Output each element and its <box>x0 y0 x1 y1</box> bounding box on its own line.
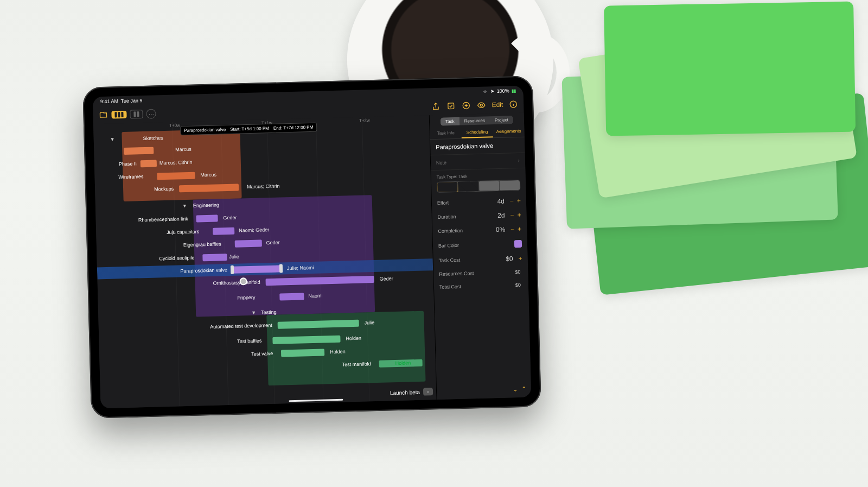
disclosure-triangle-icon[interactable]: ▼ <box>110 136 115 142</box>
task-label[interactable]: Cycloid aeolipile <box>129 255 194 262</box>
status-date: Tue Jan 9 <box>121 98 143 104</box>
timeline-tick: T+2w <box>359 118 370 123</box>
task-bar-selected[interactable] <box>232 265 280 273</box>
share-icon[interactable] <box>431 102 441 111</box>
task-bar[interactable] <box>265 276 374 286</box>
resources-cost-label: Resources Cost <box>439 270 474 277</box>
inspector-seg-control[interactable]: Task Resources Project <box>441 116 513 125</box>
task-bar[interactable] <box>179 184 239 192</box>
ipad-device: 9:41 AM Tue Jan 9 ᯤ ➤ 100% ▮▮ ⋯ <box>82 75 541 419</box>
add-icon[interactable] <box>461 100 471 110</box>
bar-end-handle[interactable] <box>279 264 283 273</box>
type-milestone[interactable] <box>458 181 479 192</box>
seg-resources[interactable]: Resources <box>459 116 490 125</box>
total-cost-label: Total Cost <box>439 284 461 290</box>
inspector-task-title[interactable]: Paraprosdokian valve <box>436 142 493 150</box>
gantt-view-button[interactable] <box>111 111 126 119</box>
app-screen: 9:41 AM Tue Jan 9 ᯤ ➤ 100% ▮▮ ⋯ <box>93 86 532 409</box>
seg-project[interactable]: Project <box>490 116 513 124</box>
task-label[interactable]: Launch beta <box>390 389 420 395</box>
task-bar[interactable] <box>202 254 227 261</box>
completion-value: 0% <box>496 226 506 233</box>
task-assignee: Naomi <box>308 293 322 299</box>
task-bar[interactable] <box>235 239 262 247</box>
jump-icon[interactable]: » <box>423 388 433 395</box>
chevron-right-icon: › <box>518 157 520 163</box>
task-bar[interactable] <box>141 160 157 167</box>
duration-value: 2d <box>497 212 505 219</box>
task-bar[interactable] <box>272 335 340 344</box>
note-row[interactable]: Note › <box>431 153 526 171</box>
resources-cost-value: $0 <box>515 269 520 275</box>
tab-scheduling[interactable]: Scheduling <box>461 127 493 138</box>
task-bar[interactable] <box>281 349 324 357</box>
task-label[interactable]: Ornithostasy manifold <box>184 280 260 287</box>
group-label: Engineering <box>193 202 231 208</box>
task-label[interactable]: Test valve <box>229 351 273 357</box>
battery-percent: 100% <box>496 88 509 94</box>
disclosure-triangle-icon[interactable]: ▼ <box>182 203 187 208</box>
add-circled-icon[interactable]: ⋯ <box>146 109 156 118</box>
task-bar[interactable] <box>279 293 304 300</box>
task-bar[interactable] <box>124 147 154 154</box>
task-bar[interactable] <box>213 227 234 235</box>
status-time: 9:41 AM <box>100 98 118 104</box>
chevron-down-icon[interactable]: ⌄ <box>513 385 518 393</box>
task-cost-label: Task Cost <box>439 257 461 263</box>
tab-assignments[interactable]: Assignments <box>493 127 524 138</box>
task-label[interactable]: Automated test development <box>186 322 272 330</box>
task-assignee: Naomi; Geder <box>239 227 269 233</box>
plus-icon[interactable]: + <box>517 198 521 204</box>
task-label[interactable]: Frippery <box>222 295 255 301</box>
task-label[interactable]: Test baffles <box>218 338 261 344</box>
plus-icon[interactable]: + <box>517 212 521 218</box>
plus-icon[interactable]: + <box>519 255 522 262</box>
task-bar[interactable] <box>278 319 359 328</box>
task-label[interactable]: Wireframes <box>100 174 143 180</box>
task-icon[interactable] <box>446 101 456 111</box>
type-group[interactable] <box>478 181 500 191</box>
task-assignee: Geder <box>223 215 237 221</box>
task-label[interactable]: Test manifold <box>311 361 371 368</box>
info-icon[interactable] <box>508 99 518 109</box>
view-icon[interactable] <box>476 100 486 110</box>
effort-value: 4d <box>497 198 505 205</box>
task-bar[interactable] <box>196 214 218 222</box>
seg-task[interactable]: Task <box>441 117 459 126</box>
type-hammock[interactable] <box>500 180 520 191</box>
wifi-icon: ᯤ <box>483 88 488 94</box>
total-cost-row: Total Cost $0 <box>434 279 529 294</box>
notebooks-stack <box>528 0 868 311</box>
disclosure-triangle-icon[interactable]: ▼ <box>251 310 256 315</box>
bar-color-swatch[interactable] <box>514 240 522 248</box>
plus-icon[interactable]: + <box>518 226 521 232</box>
note-label: Note <box>436 160 446 165</box>
task-type-seg[interactable] <box>437 180 520 193</box>
task-label[interactable]: Rhombencephalon link <box>112 216 188 224</box>
total-cost-value: $0 <box>515 282 521 288</box>
task-label[interactable]: Juju capacitors <box>139 229 199 236</box>
edit-button[interactable]: Edit <box>492 101 503 109</box>
timeline-tick: T+0w <box>169 123 180 128</box>
minus-icon[interactable]: − <box>510 212 514 218</box>
task-label[interactable]: Paraprosdokian valve <box>157 267 227 274</box>
tab-task-info[interactable]: Task Info <box>430 128 461 140</box>
minus-icon[interactable]: − <box>510 198 514 204</box>
task-assignee: Marcus; Cithrin <box>247 184 280 190</box>
task-bar[interactable] <box>157 172 195 180</box>
tooltip-end: End: T+7d 12:00 PM <box>273 125 314 131</box>
task-assignee: Marcus <box>175 147 192 153</box>
task-label[interactable]: Mockups <box>133 186 174 193</box>
gantt-chart[interactable]: T+0w T+1w T+2w Paraprosdokian valve Star… <box>93 115 437 408</box>
task-label[interactable]: Phase II <box>100 161 137 167</box>
svg-point-2 <box>481 104 483 106</box>
bar-start-handle[interactable] <box>231 265 234 274</box>
list-view-button[interactable] <box>130 110 143 119</box>
documents-icon[interactable] <box>98 110 108 120</box>
task-label[interactable]: Eigengrau baffles <box>156 241 221 248</box>
inspector-panel: Task Resources Project Task Info Schedul… <box>429 113 532 400</box>
minus-icon[interactable]: − <box>510 226 514 232</box>
type-task[interactable] <box>437 182 458 192</box>
chevron-up-icon[interactable]: ⌃ <box>521 385 527 393</box>
task-assignee: Holden <box>395 360 411 366</box>
